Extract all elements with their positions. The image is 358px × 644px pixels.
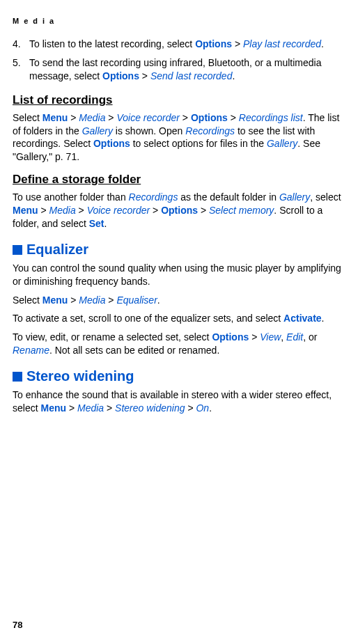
stereo-para: To enhance the sound that is available i… [13,388,345,415]
separator: > [232,38,243,49]
separator: > [38,205,49,216]
period: . [232,70,235,81]
period: . [321,38,324,49]
equalizer-p2: Select Menu > Media > Equaliser. [13,294,345,307]
separator: > [180,112,191,123]
activate-label: Activate [283,313,321,324]
page-content: To listen to the latest recording, selec… [13,38,345,415]
media-label: Media [77,402,104,414]
separator: > [68,294,79,306]
options-label: Options [191,112,228,123]
page-number: 78 [13,620,22,630]
options-label: Options [195,38,232,49]
equalizer-p3: To activate a set, scroll to one of the … [13,312,345,325]
menu-label: Menu [40,402,66,414]
gallery-label: Gallery [279,191,310,203]
stereo-widening-label: Stereo widening [115,402,185,414]
page-header: Media [13,17,345,25]
view-label: View [260,331,281,343]
text: Select [13,112,42,123]
text: is shown. Open [113,125,185,136]
separator: > [76,205,87,216]
list-of-recordings-para: Select Menu > Media > Voice recorder > O… [13,111,345,164]
period: . [157,294,160,306]
period: . [322,313,325,324]
recordings-label: Recordings [129,191,178,203]
separator: > [139,70,150,81]
separator: > [185,402,196,414]
separator: > [105,294,116,306]
define-storage-heading: Define a storage folder [13,172,345,188]
menu-label: Menu [42,294,68,306]
menu-label: Menu [13,205,38,216]
list-of-recordings-heading: List of recordings [13,93,345,109]
options-label: Options [161,205,198,216]
options-label: Options [102,70,139,81]
period: . [104,218,107,229]
equalizer-heading: Equalizer [13,240,345,259]
equaliser-label: Equaliser [116,294,157,306]
media-label: Media [79,294,105,306]
separator: > [150,205,161,216]
on-label: On [196,402,209,414]
gallery-label: Gallery [267,138,297,149]
separator: > [68,112,79,123]
options-label: Options [93,138,130,149]
separator: > [104,402,115,414]
text: to select options for files in the [130,138,267,149]
comma: , [281,331,286,343]
numbered-list: To listen to the latest recording, selec… [13,38,345,83]
text: To use another folder than [13,191,129,203]
media-label: Media [49,205,76,216]
media-label: Media [79,112,105,123]
play-last-recorded-label: Play last recorded [243,38,321,49]
gallery-label: Gallery [82,125,113,136]
stereo-widening-heading: Stereo widening [13,367,345,386]
equalizer-p1: You can control the sound quality when u… [13,262,345,288]
separator: > [105,112,116,123]
edit-label: Edit [286,331,303,343]
text: To listen to the latest recording, selec… [29,38,195,49]
text: To view, edit, or rename a selected set,… [13,331,212,343]
text: as the default folder in [178,191,279,203]
separator: > [249,331,260,343]
separator: > [198,205,209,216]
recordings-label: Recordings [185,125,235,136]
square-bullet-icon [13,372,22,382]
separator: > [66,402,77,414]
options-label: Options [212,331,249,343]
text: , select [310,191,341,203]
menu-label: Menu [42,112,68,123]
voice-recorder-label: Voice recorder [116,112,180,123]
select-memory-label: Select memory [209,205,274,216]
text: Select [13,294,42,306]
separator: > [228,112,239,123]
voice-recorder-label: Voice recorder [87,205,150,216]
equalizer-p4: To view, edit, or rename a selected set,… [13,331,345,357]
square-bullet-icon [13,245,22,255]
heading-text: Stereo widening [26,368,134,384]
text: . Not all sets can be edited or renamed. [49,345,219,356]
define-storage-para: To use another folder than Recordings as… [13,191,345,230]
list-item-5: To send the last recording using infrare… [13,56,345,83]
list-item-4: To listen to the latest recording, selec… [13,38,345,51]
text: To activate a set, scroll to one of the … [13,313,283,324]
comma: , or [303,331,317,343]
rename-label: Rename [13,345,49,356]
set-label: Set [89,218,104,229]
recordings-list-label: Recordings list [239,112,303,123]
period: . [209,402,212,414]
send-last-recorded-label: Send last recorded [150,70,233,81]
heading-text: Equalizer [26,242,88,257]
